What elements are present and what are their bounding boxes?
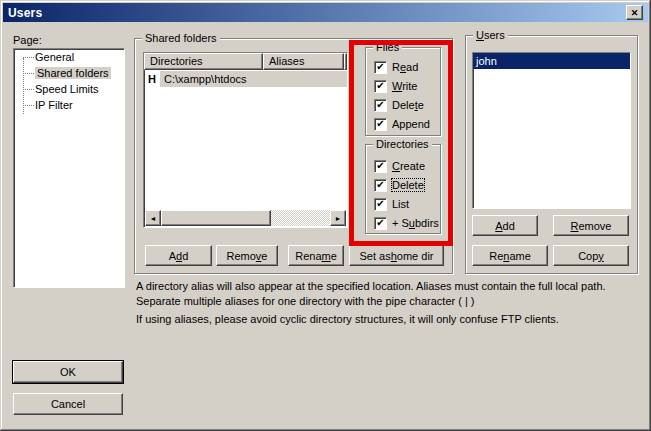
scrollbar-thumb[interactable] (161, 210, 271, 226)
listview-header: Directories Aliases (144, 53, 347, 70)
tree-stub (23, 73, 34, 74)
directories-group-label: Directories (373, 138, 432, 151)
title-bar[interactable]: Users ✕ (3, 3, 648, 22)
column-header-aliases[interactable]: Aliases (263, 53, 344, 70)
files-group-label: Files (373, 41, 402, 54)
column-header-filler (344, 53, 347, 70)
directories-group: Directories ✔ Create ✔ Delete ✔ List ✔ +… (365, 144, 441, 234)
scrollbar-track[interactable] (271, 210, 330, 226)
page-item-shared-folders[interactable]: Shared folders (14, 65, 124, 81)
checkbox-files-delete[interactable]: ✔ Delete (374, 98, 424, 112)
check-icon: ✔ (376, 100, 384, 110)
page-item-speed-limits[interactable]: Speed Limits (14, 81, 124, 97)
shared-folders-group-label: Shared folders (142, 32, 220, 45)
users-group-label: Users (473, 29, 508, 42)
folder-add-button[interactable]: Add (145, 245, 212, 266)
tree-stub (23, 89, 34, 90)
check-icon: ✔ (376, 161, 384, 171)
scroll-left-icon: ◄ (150, 215, 157, 222)
files-group: Files ✔ Read ✔ Write ✔ Delete ✔ Append (365, 47, 441, 136)
checkbox-box[interactable]: ✔ (374, 80, 387, 93)
checkbox-box[interactable]: ✔ (374, 118, 387, 131)
user-remove-button[interactable]: Remove (553, 215, 629, 236)
checkbox-box[interactable]: ✔ (374, 160, 387, 173)
alias-note: A directory alias will also appear at th… (136, 279, 644, 309)
check-icon: ✔ (376, 218, 384, 228)
folder-rename-button[interactable]: Rename (288, 245, 344, 266)
check-icon: ✔ (376, 119, 384, 129)
check-icon: ✔ (376, 62, 384, 72)
scroll-left-button[interactable]: ◄ (145, 210, 161, 226)
directories-listview[interactable]: Directories Aliases H C:\xampp\htdocs ◄ … (143, 52, 348, 228)
page-item-general[interactable]: General (14, 49, 124, 65)
cancel-button[interactable]: Cancel (13, 393, 123, 415)
ok-button[interactable]: OK (13, 361, 123, 383)
checkbox-files-append[interactable]: ✔ Append (374, 117, 430, 131)
checkbox-box[interactable]: ✔ (374, 198, 387, 211)
user-add-button[interactable]: Add (472, 215, 538, 236)
window-title: Users (8, 6, 42, 20)
home-marker: H (144, 73, 160, 85)
folder-remove-button[interactable]: Remove (216, 245, 278, 266)
checkbox-dirs-list[interactable]: ✔ List (374, 197, 409, 211)
tree-stub (23, 57, 34, 58)
page-item-ip-filter[interactable]: IP Filter (14, 97, 124, 113)
checkbox-box[interactable]: ✔ (374, 179, 387, 192)
checkbox-box[interactable]: ✔ (374, 217, 387, 230)
directory-path: C:\xampp\htdocs (160, 71, 347, 87)
set-as-home-dir-button[interactable]: Set as home dir (349, 245, 444, 266)
checkbox-files-read[interactable]: ✔ Read (374, 60, 418, 74)
horizontal-scrollbar[interactable]: ◄ ► (145, 210, 346, 226)
users-list[interactable]: john (472, 52, 631, 209)
tree-stub (23, 105, 34, 106)
checkbox-box[interactable]: ✔ (374, 99, 387, 112)
check-icon: ✔ (376, 81, 384, 91)
page-list[interactable]: General Shared folders Speed Limits IP F… (13, 48, 125, 288)
users-dialog: Users ✕ Page: General Shared folders Spe… (0, 0, 651, 431)
checkbox-box[interactable]: ✔ (374, 61, 387, 74)
checkbox-files-write[interactable]: ✔ Write (374, 79, 417, 93)
column-header-directories[interactable]: Directories (144, 53, 263, 70)
directory-row[interactable]: H C:\xampp\htdocs (144, 71, 347, 87)
scroll-right-button[interactable]: ► (330, 210, 346, 226)
check-icon: ✔ (376, 199, 384, 209)
page-label: Page: (13, 34, 42, 46)
scroll-right-icon: ► (335, 215, 342, 222)
checkbox-dirs-create[interactable]: ✔ Create (374, 159, 425, 173)
checkbox-dirs-subdirs[interactable]: ✔ + Subdirs (374, 216, 439, 230)
checkbox-dirs-delete[interactable]: ✔ Delete (374, 178, 424, 192)
close-button[interactable]: ✕ (626, 5, 643, 20)
user-copy-button[interactable]: Copy (553, 245, 629, 266)
check-icon: ✔ (376, 180, 384, 190)
close-icon: ✕ (631, 8, 639, 18)
user-item-john[interactable]: john (473, 53, 630, 69)
user-rename-button[interactable]: Rename (472, 245, 548, 266)
cyclic-note: If using aliases, please avoid cyclic di… (136, 312, 644, 327)
